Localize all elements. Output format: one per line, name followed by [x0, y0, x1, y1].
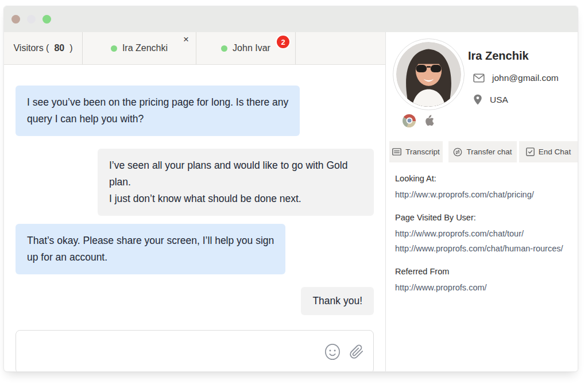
tab-chat-john-ivar[interactable]: John Ivar 2: [196, 32, 296, 64]
visitor-email-row: john@gmail.com: [473, 73, 559, 83]
detail-referred-from: Referred From http://www.proprofs.com/: [395, 266, 572, 295]
visitor-email: john@gmail.com: [492, 73, 559, 83]
tab-visitors[interactable]: Visitors (80): [4, 32, 83, 64]
message-list: I see you’ve been on the pricing page fo…: [4, 65, 385, 371]
detail-label: Looking At:: [395, 173, 572, 184]
chat-app-window: Visitors (80) Ira Zenchki × John Ivar 2 …: [3, 6, 578, 372]
visitor-environment-icons: [403, 114, 436, 127]
tab-label: Ira Zenchki: [122, 43, 168, 53]
window-control-3[interactable]: [42, 15, 51, 24]
transfer-chat-icon: [453, 148, 462, 157]
email-icon: [473, 73, 485, 83]
tab-label: John Ivar: [233, 43, 270, 53]
detail-label: Page Visited By User:: [395, 212, 572, 223]
visitor-details: Looking At: http://ww:w.proprofs.com/cha…: [395, 173, 572, 305]
visitor-country: USA: [490, 95, 508, 105]
composer-icons: [324, 343, 364, 360]
chat-action-bar: Transcript Transfer chat End Chat: [389, 141, 578, 162]
detail-url[interactable]: http://www.proprofs.com/: [395, 280, 572, 295]
window-control-2[interactable]: [27, 15, 36, 24]
visitors-label-suffix: ): [69, 43, 72, 53]
conversation-pane: Visitors (80) Ira Zenchki × John Ivar 2 …: [4, 32, 386, 371]
chrome-browser-icon: [403, 114, 416, 127]
message-bubble-agent: That’s okay. Please share your screen, I…: [16, 224, 285, 274]
end-chat-button[interactable]: End Chat: [519, 141, 578, 162]
detail-url[interactable]: http://w/ww.proprofs.com/chat/tour/: [395, 226, 572, 241]
emoji-icon[interactable]: [324, 343, 341, 360]
attach-file-icon[interactable]: [349, 344, 364, 359]
end-chat-label: End Chat: [539, 148, 571, 156]
transcript-icon: [392, 148, 401, 156]
detail-url[interactable]: http://ww:w.proprofs.com/chat/pricing/: [395, 187, 572, 202]
avatar-image: [396, 42, 461, 107]
detail-url[interactable]: http://www.proprofs.com/chat/human-rourc…: [395, 241, 572, 256]
close-tab-icon[interactable]: ×: [183, 34, 189, 44]
window-titlebar: [4, 6, 578, 32]
avatar: [393, 38, 465, 110]
transcript-button[interactable]: Transcript: [389, 141, 443, 162]
transfer-chat-label: Transfer chat: [466, 148, 512, 156]
main-area: Visitors (80) Ira Zenchki × John Ivar 2 …: [4, 32, 578, 371]
online-status-dot: [111, 45, 117, 52]
message-bubble-visitor: Thank you!: [301, 287, 374, 315]
visitors-count: 80: [54, 43, 64, 53]
visitor-name: Ira Zenchik: [468, 49, 529, 63]
chat-tab-bar: Visitors (80) Ira Zenchki × John Ivar 2: [4, 32, 385, 65]
transfer-chat-button[interactable]: Transfer chat: [448, 141, 517, 162]
message-input[interactable]: [16, 331, 373, 371]
online-status-dot: [221, 45, 227, 52]
end-chat-icon: [526, 148, 535, 156]
visitors-label-prefix: Visitors (: [13, 43, 49, 53]
message-composer: [16, 330, 374, 371]
unread-count-badge: 2: [276, 34, 291, 49]
message-bubble-visitor: I’ve seen all your plans and would like …: [98, 149, 374, 216]
detail-looking-at: Looking At: http://ww:w.proprofs.com/cha…: [395, 173, 572, 202]
window-control-1[interactable]: [11, 15, 20, 24]
apple-os-icon: [424, 114, 436, 127]
detail-pages-visited: Page Visited By User: http://w/ww.propro…: [395, 212, 572, 256]
visitor-profile-panel: Ira Zenchik john@gmail.com USA: [386, 32, 578, 371]
message-bubble-agent: I see you’ve been on the pricing page fo…: [16, 86, 300, 136]
tab-chat-ira-zenchki[interactable]: Ira Zenchki ×: [83, 32, 196, 64]
detail-label: Referred From: [395, 266, 572, 277]
location-pin-icon: [473, 94, 482, 105]
visitor-location-row: USA: [473, 94, 508, 105]
transcript-label: Transcript: [405, 148, 440, 156]
